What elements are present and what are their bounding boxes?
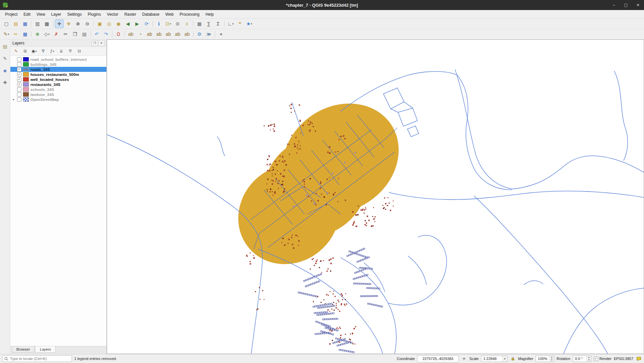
toggle-editing-button[interactable]: ✏ — [11, 30, 20, 38]
spin-down-icon[interactable]: ▼ — [587, 359, 591, 362]
zoom-out-button[interactable]: ⊖ — [83, 19, 92, 28]
paste-features-button[interactable]: ▤ — [80, 30, 89, 38]
expander-icon[interactable]: ▸ — [12, 98, 15, 101]
menu-vector[interactable]: Vector — [104, 11, 121, 18]
chevron-down-icon[interactable]: ▾ — [502, 356, 507, 362]
add-feature-button[interactable]: ⊕ — [33, 30, 42, 38]
statistical-summary-button[interactable]: Σ — [214, 19, 222, 28]
save-project-button[interactable]: ▦ — [21, 19, 29, 28]
remove-layer-button[interactable]: ⊟ — [75, 47, 83, 55]
magnifier-spin-arrows[interactable]: ▲▼ — [549, 356, 554, 362]
move-label-button[interactable]: ab — [164, 30, 173, 38]
left-dock-button-3[interactable]: ◈ — [1, 66, 9, 75]
pan-to-selection-button[interactable]: ✜ — [64, 19, 73, 28]
layer-visibility-checkbox[interactable] — [17, 57, 21, 62]
menu-plugins[interactable]: Plugins — [85, 11, 104, 18]
filter-by-expression-button[interactable]: ƒ▾ — [48, 47, 56, 55]
identify-features-button[interactable]: ℹ — [155, 19, 163, 28]
rotation-spin-arrows[interactable]: ▲▼ — [586, 356, 591, 362]
show-layout-manager-button[interactable]: ▩ — [42, 19, 51, 28]
georeferencer-button[interactable]: ⌖ — [217, 30, 225, 38]
layer-visibility-checkbox[interactable] — [17, 87, 21, 92]
coordinate-input[interactable] — [417, 355, 459, 362]
lock-scale-button[interactable] — [510, 356, 516, 362]
new-project-button[interactable]: ▢ — [2, 19, 11, 28]
layer-visibility-checkbox[interactable]: ✓ — [17, 82, 21, 87]
left-dock-button-4[interactable]: ✚ — [1, 78, 9, 87]
spin-down-icon[interactable]: ▼ — [550, 359, 554, 362]
open-attribute-table-button[interactable]: ▦ — [195, 19, 204, 28]
layer-visibility-checkbox[interactable]: ✓ — [17, 72, 21, 77]
layer-row-buildings_34S[interactable]: buildings_34S — [10, 62, 106, 67]
layer-row-restaurants_34S[interactable]: ✓restaurants_34S — [10, 82, 106, 87]
menu-edit[interactable]: Edit — [20, 11, 33, 18]
dock-tab-layers[interactable]: Layers — [35, 346, 56, 353]
menu-view[interactable]: View — [33, 11, 48, 18]
open-layer-styling-button[interactable]: ✎ — [12, 47, 20, 55]
deselect-features-button[interactable]: ⊠ — [173, 19, 182, 28]
left-dock-button-1[interactable]: ▤ — [1, 42, 9, 51]
layer-row-roads_34S[interactable]: ✓roads_34S — [10, 67, 106, 72]
layer-row-landuse_34S[interactable]: landuse_34S — [10, 92, 106, 97]
render-checkbox[interactable]: ✓ — [594, 357, 598, 361]
spin-up-icon[interactable]: ▲ — [550, 356, 554, 359]
measure-line-button[interactable]: ∟▾ — [226, 19, 235, 28]
save-layer-edits-button[interactable]: ▦ — [21, 30, 29, 38]
minimize-button[interactable]: – — [608, 0, 620, 10]
close-button[interactable]: ✕ — [632, 0, 644, 10]
pan-map-button[interactable]: ✛ — [55, 19, 64, 28]
magnifier-spinbox[interactable]: 100% ▲▼ — [536, 356, 554, 362]
expand-all-button[interactable]: ⇊ — [57, 47, 65, 55]
menu-project[interactable]: Project — [2, 11, 20, 18]
layer-visibility-checkbox[interactable] — [17, 97, 21, 102]
map-canvas[interactable] — [107, 39, 644, 354]
vertex-tool-button[interactable]: ◇▾ — [42, 30, 51, 38]
filter-legend-button[interactable]: ∇ — [39, 47, 47, 55]
select-by-expression-button[interactable]: ε — [183, 19, 191, 28]
highlight-pinned-labels-button[interactable]: ab — [155, 30, 163, 38]
zoom-to-selection-button[interactable]: ◎ — [105, 19, 113, 28]
pin-labels-button[interactable]: ab — [145, 30, 154, 38]
maximize-button[interactable]: ▢ — [620, 0, 632, 10]
collapse-all-button[interactable]: ⇈ — [66, 47, 74, 55]
left-dock-button-2[interactable]: ✎ — [1, 54, 9, 63]
manage-map-themes-button[interactable]: ◉▾ — [30, 47, 38, 55]
refresh-map-button[interactable]: ⟳ — [142, 19, 151, 28]
map-tips-button[interactable]: ❝ — [236, 19, 244, 28]
layer-visibility-checkbox[interactable]: ✓ — [17, 67, 21, 72]
processing-toolbox-button[interactable]: ⚙ — [195, 30, 204, 38]
layer-row-schools_34S[interactable]: schools_34S — [10, 87, 106, 92]
layer-visibility-checkbox[interactable] — [17, 92, 21, 97]
current-edits-button[interactable]: ✎▾ — [2, 30, 11, 38]
redo-button[interactable]: ↷ — [102, 30, 110, 38]
messages-button[interactable] — [636, 356, 642, 362]
copy-features-button[interactable]: ❐ — [71, 30, 79, 38]
zoom-next-button[interactable]: ▶ — [133, 19, 142, 28]
menu-settings[interactable]: Settings — [64, 11, 85, 18]
menu-processing[interactable]: Processing — [177, 11, 202, 18]
menu-layer[interactable]: Layer — [48, 11, 64, 18]
zoom-full-button[interactable]: ▣ — [95, 19, 104, 28]
menu-help[interactable]: Help — [202, 11, 217, 18]
delete-selected-button[interactable]: ✗ — [52, 30, 61, 38]
rotate-label-button[interactable]: ab — [173, 30, 182, 38]
layer-row-houses_restaurants_500m[interactable]: ✓houses_restaurants_500m — [10, 72, 106, 77]
enable-snapping-button[interactable]: Ω — [114, 30, 123, 38]
change-label-button[interactable]: ab — [183, 30, 191, 38]
menu-database[interactable]: Database — [139, 11, 162, 18]
python-console-button[interactable]: ≫ — [204, 30, 213, 38]
dock-tab-browser[interactable]: Browser — [12, 346, 34, 353]
zoom-to-layer-button[interactable]: ◉ — [114, 19, 123, 28]
rotation-spinbox[interactable]: 0.0 ° ▲▼ — [573, 356, 591, 362]
zoom-last-button[interactable]: ◀ — [123, 19, 132, 28]
float-panel-button[interactable]: ❐ — [92, 40, 98, 46]
locate-input[interactable] — [9, 356, 70, 361]
layer-labeling-button[interactable]: ab — [126, 30, 135, 38]
scale-combo[interactable]: 1:22848 ▾ — [481, 356, 508, 362]
layer-diagram-button[interactable]: ◔ — [136, 30, 145, 38]
open-project-button[interactable]: ▤ — [11, 19, 20, 28]
close-panel-button[interactable]: ✕ — [98, 40, 104, 46]
epsg-button[interactable]: EPSG:3857 — [614, 357, 633, 361]
toggle-extents-button[interactable]: ✛ — [461, 356, 467, 362]
locate-search[interactable] — [2, 355, 72, 362]
